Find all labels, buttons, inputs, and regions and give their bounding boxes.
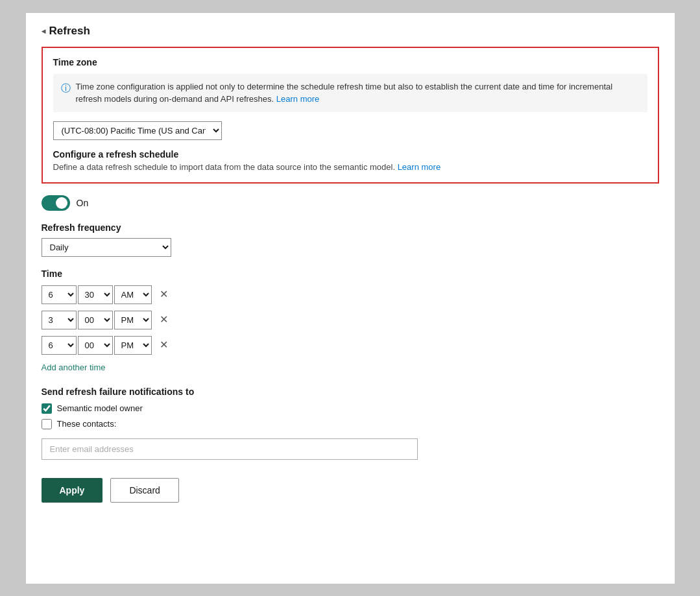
time3-minute-select[interactable]: 00153045 xyxy=(78,336,113,355)
these-contacts-row: These contacts: xyxy=(42,419,659,429)
time-row-1: 612345789101112 30001545 AMPM ✕ xyxy=(42,285,659,304)
apply-button[interactable]: Apply xyxy=(42,478,103,503)
refresh-frequency-label: Refresh frequency xyxy=(42,222,659,233)
page-title-text: Refresh xyxy=(49,25,90,38)
toggle-slider xyxy=(42,195,70,211)
refresh-panel: ◂ Refresh Time zone ⓘ Time zone configur… xyxy=(26,13,675,584)
time-row-3: 612345789101112 00153045 PMAM ✕ xyxy=(42,336,659,355)
time-section-label: Time xyxy=(42,268,659,279)
semantic-owner-row: Semantic model owner xyxy=(42,403,659,414)
time3-ampm-select[interactable]: PMAM xyxy=(114,336,152,355)
configure-schedule-title: Configure a refresh schedule xyxy=(53,149,647,160)
configure-learn-more-link[interactable]: Learn more xyxy=(398,162,441,172)
refresh-frequency-select[interactable]: Daily Weekly Monthly xyxy=(42,238,171,257)
time3-remove-button[interactable]: ✕ xyxy=(157,340,171,350)
timezone-configure-section: Time zone ⓘ Time zone configuration is a… xyxy=(42,47,659,184)
time2-remove-button[interactable]: ✕ xyxy=(157,315,171,325)
time2-minute-select[interactable]: 00153045 xyxy=(78,311,113,329)
add-another-time-link[interactable]: Add another time xyxy=(42,363,106,372)
these-contacts-label: These contacts: xyxy=(57,419,117,429)
time3-hour-select[interactable]: 612345789101112 xyxy=(42,336,77,355)
toggle-row: On xyxy=(42,195,659,211)
on-off-toggle[interactable] xyxy=(42,195,70,211)
back-arrow-icon: ◂ xyxy=(42,27,45,36)
configure-schedule-desc: Define a data refresh schedule to import… xyxy=(53,162,647,172)
timezone-info-box: ⓘ Time zone configuration is applied not… xyxy=(53,74,647,112)
timezone-select[interactable]: (UTC-08:00) Pacific Time (US and Can (UT… xyxy=(53,121,222,140)
info-icon: ⓘ xyxy=(61,81,71,96)
semantic-owner-label: Semantic model owner xyxy=(57,403,143,413)
semantic-owner-checkbox[interactable] xyxy=(42,403,52,414)
notifications-label: Send refresh failure notifications to xyxy=(42,387,659,397)
discard-button[interactable]: Discard xyxy=(110,478,178,503)
timezone-label: Time zone xyxy=(53,57,647,67)
time1-ampm-select[interactable]: AMPM xyxy=(114,285,152,304)
these-contacts-checkbox[interactable] xyxy=(42,419,52,429)
actions-row: Apply Discard xyxy=(42,478,659,503)
time1-hour-select[interactable]: 612345789101112 xyxy=(42,285,77,304)
time1-remove-button[interactable]: ✕ xyxy=(157,289,171,300)
email-input[interactable] xyxy=(42,438,418,460)
page-title: ◂ Refresh xyxy=(42,25,659,38)
time1-minute-select[interactable]: 30001545 xyxy=(78,285,113,304)
timezone-learn-more-link[interactable]: Learn more xyxy=(276,94,319,104)
time2-hour-select[interactable]: 312456789101112 xyxy=(42,311,77,329)
time-row-2: 312456789101112 00153045 PMAM ✕ xyxy=(42,311,659,329)
time2-ampm-select[interactable]: PMAM xyxy=(114,311,152,329)
toggle-label: On xyxy=(77,198,89,208)
notifications-section: Send refresh failure notifications to Se… xyxy=(42,387,659,460)
timezone-info-text: Time zone configuration is applied not o… xyxy=(76,80,640,106)
